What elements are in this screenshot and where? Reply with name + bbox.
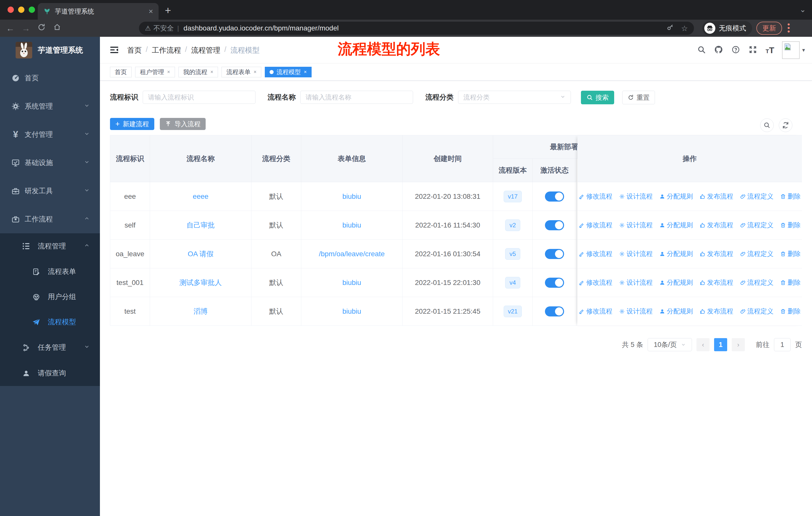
process-id-input[interactable] — [143, 91, 256, 104]
process-name-link[interactable]: OA 请假 — [188, 249, 214, 259]
fullscreen-icon[interactable] — [744, 45, 761, 55]
process-definition-link[interactable]: 流程定义 — [740, 307, 774, 316]
process-definition-link[interactable]: 流程定义 — [740, 221, 774, 229]
window-zoom-button[interactable] — [29, 6, 35, 13]
design-process-link[interactable]: 设计流程 — [619, 278, 653, 287]
security-label[interactable]: 不安全 — [153, 24, 174, 33]
modify-process-link[interactable]: 修改流程 — [579, 249, 612, 258]
password-key-icon[interactable] — [667, 24, 674, 33]
create-process-button[interactable]: + 新建流程 — [110, 118, 154, 130]
modify-process-link[interactable]: 修改流程 — [579, 221, 612, 229]
form-info-link[interactable]: biubiu — [342, 307, 361, 316]
sidebar-item-infrastructure[interactable]: 基础设施 — [0, 148, 100, 177]
reload-icon[interactable] — [34, 23, 49, 33]
bookmark-star-icon[interactable]: ☆ — [681, 24, 688, 33]
assign-rule-link[interactable]: 分配规则 — [659, 278, 693, 287]
delete-link[interactable]: 删除 — [780, 278, 801, 287]
active-toggle[interactable] — [545, 249, 564, 259]
new-tab-button[interactable]: + — [165, 4, 171, 17]
design-process-link[interactable]: 设计流程 — [619, 221, 653, 229]
breadcrumb-workflow[interactable]: 工作流程 — [152, 45, 181, 55]
delete-link[interactable]: 删除 — [780, 307, 801, 316]
breadcrumb-home[interactable]: 首页 — [127, 45, 142, 55]
modify-process-link[interactable]: 修改流程 — [579, 278, 612, 287]
process-definition-link[interactable]: 流程定义 — [740, 192, 774, 201]
search-icon[interactable] — [693, 45, 710, 55]
github-icon[interactable] — [710, 45, 727, 55]
sidebar-item-process-form[interactable]: 流程表单 — [0, 259, 100, 284]
sidebar-item-payment[interactable]: ¥ 支付管理 — [0, 120, 100, 148]
sidebar-item-process-management[interactable]: 流程管理 — [0, 233, 100, 259]
close-tab-icon[interactable]: × — [254, 69, 257, 75]
refresh-table-button[interactable] — [779, 118, 792, 132]
category-select[interactable]: 流程分类 — [458, 91, 571, 104]
security-warning-icon[interactable]: ⚠ — [145, 24, 151, 32]
publish-process-link[interactable]: 发布流程 — [699, 192, 733, 201]
process-name-link[interactable]: eeee — [193, 192, 208, 200]
modify-process-link[interactable]: 修改流程 — [579, 307, 612, 316]
delete-link[interactable]: 删除 — [780, 249, 801, 258]
process-name-input[interactable] — [300, 91, 413, 104]
design-process-link[interactable]: 设计流程 — [619, 307, 653, 316]
design-process-link[interactable]: 设计流程 — [619, 249, 653, 258]
sidebar-item-workflow[interactable]: 工作流程 — [0, 205, 100, 233]
page-size-select[interactable]: 10条/页 — [648, 338, 692, 351]
window-minimize-button[interactable] — [18, 6, 24, 13]
publish-process-link[interactable]: 发布流程 — [699, 249, 733, 258]
goto-page-input[interactable] — [774, 338, 791, 351]
browser-menu-icon[interactable]: ••• — [787, 23, 790, 33]
form-info-link[interactable]: biubiu — [342, 279, 361, 287]
form-info-link[interactable]: /bpm/oa/leave/create — [319, 250, 385, 258]
back-icon[interactable]: ← — [2, 23, 18, 33]
view-tab-3[interactable]: 流程表单× — [222, 67, 261, 77]
sidebar-item-devtools[interactable]: 研发工具 — [0, 177, 100, 205]
help-icon[interactable] — [727, 45, 744, 55]
tab-close-icon[interactable]: × — [148, 7, 153, 16]
delete-link[interactable]: 删除 — [780, 221, 801, 229]
search-button[interactable]: 搜索 — [581, 91, 614, 104]
assign-rule-link[interactable]: 分配规则 — [659, 192, 693, 201]
publish-process-link[interactable]: 发布流程 — [699, 221, 733, 229]
assign-rule-link[interactable]: 分配规则 — [659, 221, 693, 229]
process-name-link[interactable]: 自己审批 — [186, 220, 215, 230]
design-process-link[interactable]: 设计流程 — [619, 192, 653, 201]
active-toggle[interactable] — [545, 191, 564, 201]
prev-page-button[interactable]: ‹ — [696, 338, 709, 351]
form-info-link[interactable]: biubiu — [342, 221, 361, 229]
toggle-search-button[interactable] — [760, 118, 774, 132]
active-toggle[interactable] — [545, 306, 564, 317]
home-icon[interactable] — [49, 23, 65, 33]
window-close-button[interactable] — [7, 6, 14, 13]
sidebar-item-process-model[interactable]: 流程模型 — [0, 309, 100, 334]
browser-tab[interactable]: 芋道管理系统 × — [38, 3, 158, 20]
view-tab-4[interactable]: 流程模型× — [265, 67, 312, 77]
sidebar-collapse-icon[interactable] — [110, 45, 119, 56]
close-tab-icon[interactable]: × — [304, 69, 307, 75]
sidebar-item-system[interactable]: 系统管理 — [0, 92, 100, 120]
close-tab-icon[interactable]: × — [210, 69, 213, 75]
assign-rule-link[interactable]: 分配规则 — [659, 307, 693, 316]
view-tab-1[interactable]: 租户管理× — [135, 67, 175, 77]
import-process-button[interactable]: 导入流程 — [160, 118, 206, 130]
breadcrumb-process-management[interactable]: 流程管理 — [191, 45, 220, 55]
view-tab-2[interactable]: 我的流程× — [178, 67, 218, 77]
process-name-link[interactable]: 测试多审批人 — [179, 278, 222, 288]
sidebar-item-home[interactable]: 首页 — [0, 64, 100, 92]
modify-process-link[interactable]: 修改流程 — [579, 192, 612, 201]
process-name-link[interactable]: 滔博 — [194, 307, 208, 316]
assign-rule-link[interactable]: 分配规则 — [659, 249, 693, 258]
process-definition-link[interactable]: 流程定义 — [740, 278, 774, 287]
app-logo-row[interactable]: 芋道管理系统 — [0, 37, 100, 63]
forward-icon[interactable]: → — [18, 23, 34, 33]
view-tab-0[interactable]: 首页 — [110, 67, 132, 77]
publish-process-link[interactable]: 发布流程 — [699, 307, 733, 316]
publish-process-link[interactable]: 发布流程 — [699, 278, 733, 287]
address-bar[interactable]: ⚠ 不安全 | dashboard.yudao.iocoder.cn/bpm/m… — [139, 22, 694, 35]
tab-search-chevron-icon[interactable]: ⌄ — [800, 5, 806, 14]
sidebar-item-leave-query[interactable]: 请假查询 — [0, 360, 100, 386]
url-text[interactable]: dashboard.yudao.iocoder.cn/bpm/manager/m… — [183, 24, 667, 32]
sidebar-item-user-group[interactable]: 用户分组 — [0, 284, 100, 309]
avatar-caret-icon[interactable]: ▾ — [802, 47, 805, 53]
browser-update-button[interactable]: 更新 — [756, 22, 782, 35]
active-toggle[interactable] — [545, 278, 564, 288]
